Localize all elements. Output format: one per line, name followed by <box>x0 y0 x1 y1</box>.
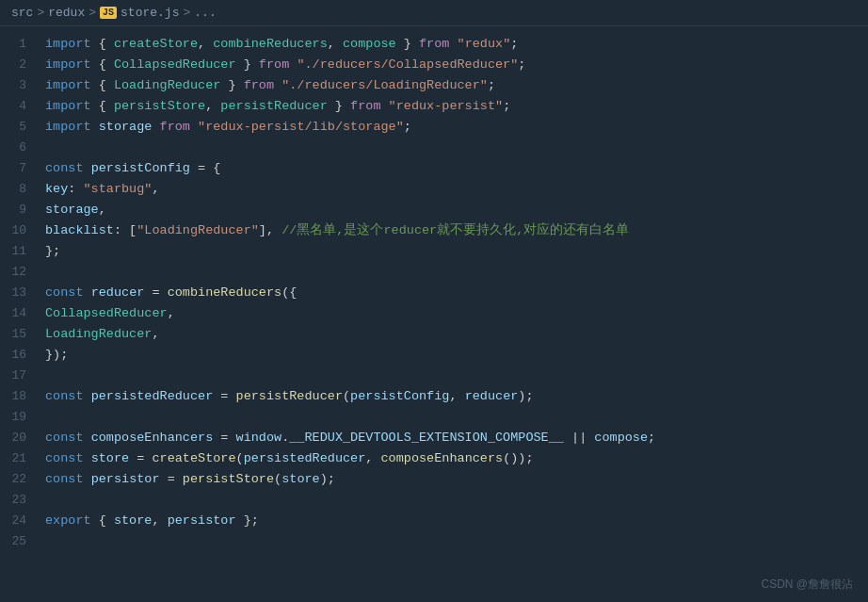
code-line <box>45 531 868 552</box>
code-line: const store = createStore(persistedReduc… <box>45 448 868 469</box>
breadcrumb-dots: ... <box>194 6 216 20</box>
code-line: const composeEnhancers = window.__REDUX_… <box>45 428 868 448</box>
code-line: const persistConfig = { <box>45 158 868 179</box>
code-line: const persistedReducer = persistReducer(… <box>45 386 868 407</box>
code-editor: 1234567891011121314151617181920212223242… <box>0 26 868 598</box>
breadcrumb-sep3: > <box>183 6 190 20</box>
code-line: import { CollapsedReducer } from "./redu… <box>45 55 868 75</box>
code-line: }; <box>45 241 868 262</box>
code-line <box>45 490 868 511</box>
breadcrumb-redux[interactable]: redux <box>48 6 85 20</box>
code-line: import { LoadingReducer } from "./reduce… <box>45 75 868 96</box>
code-line: }); <box>45 345 868 366</box>
code-line <box>45 407 868 428</box>
breadcrumb-src[interactable]: src <box>11 6 33 20</box>
code-line: export { store, persistor }; <box>45 511 868 531</box>
code-line: CollapsedReducer, <box>45 303 868 324</box>
line-numbers: 1234567891011121314151617181920212223242… <box>0 26 38 598</box>
code-line: import { createStore, combineReducers, c… <box>45 34 868 55</box>
code-content[interactable]: import { createStore, combineReducers, c… <box>38 26 868 598</box>
code-line: storage, <box>45 200 868 220</box>
code-line: blacklist: ["LoadingReducer"], //黑名单,是这个… <box>45 220 868 241</box>
code-line <box>45 262 868 283</box>
js-icon: JS <box>100 7 117 19</box>
code-line: LoadingReducer, <box>45 324 868 345</box>
code-line <box>45 366 868 386</box>
code-line: import { persistStore, persistReducer } … <box>45 96 868 117</box>
breadcrumb-sep1: > <box>37 6 44 20</box>
breadcrumb-filename[interactable]: store.js <box>121 6 179 20</box>
code-line: key: "starbug", <box>45 179 868 200</box>
code-line: const persistor = persistStore(store); <box>45 469 868 490</box>
watermark: CSDN @詹詹很沾 <box>761 577 853 593</box>
breadcrumb-sep2: > <box>88 6 96 20</box>
breadcrumb: src > redux > JS store.js > ... <box>0 0 868 26</box>
code-line <box>45 138 868 158</box>
code-line: const reducer = combineReducers({ <box>45 283 868 303</box>
code-line: import storage from "redux-persist/lib/s… <box>45 117 868 138</box>
